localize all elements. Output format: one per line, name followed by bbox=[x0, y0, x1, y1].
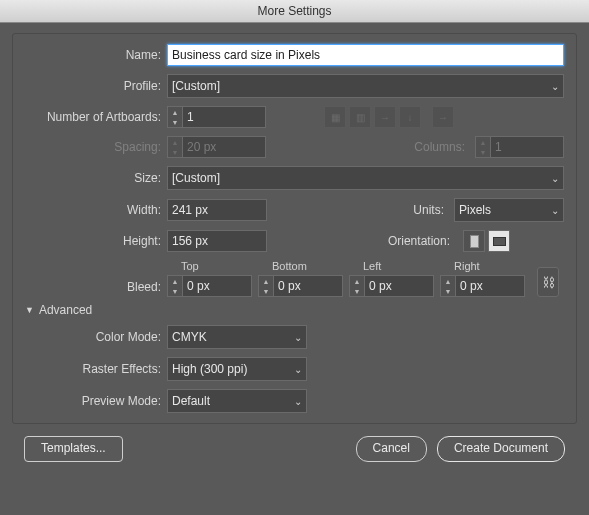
chevron-down-icon: ⌄ bbox=[551, 205, 559, 216]
chevron-down-icon: ⌄ bbox=[551, 81, 559, 92]
bleed-left-stepper[interactable]: ▲▼ bbox=[349, 275, 364, 297]
preview-value: Default bbox=[172, 394, 210, 408]
bleed-right-stepper[interactable]: ▲▼ bbox=[440, 275, 455, 297]
colormode-select[interactable]: CMYK ⌄ bbox=[167, 325, 307, 349]
profile-value: [Custom] bbox=[172, 79, 220, 93]
profile-select[interactable]: [Custom] ⌄ bbox=[167, 74, 564, 98]
units-value: Pixels bbox=[459, 203, 491, 217]
bleed-top-input[interactable] bbox=[182, 275, 252, 297]
spacing-label: Spacing: bbox=[25, 140, 167, 154]
units-label: Units: bbox=[413, 203, 450, 217]
colormode-label: Color Mode: bbox=[25, 330, 167, 344]
orientation-landscape-button[interactable] bbox=[488, 230, 510, 252]
size-value: [Custom] bbox=[172, 171, 220, 185]
templates-button[interactable]: Templates... bbox=[24, 436, 123, 462]
triangle-down-icon: ▼ bbox=[25, 305, 34, 315]
bleed-bottom-stepper[interactable]: ▲▼ bbox=[258, 275, 273, 297]
artboards-stepper[interactable]: ▲▼ bbox=[167, 106, 182, 128]
bleed-left-input[interactable] bbox=[364, 275, 434, 297]
advanced-toggle[interactable]: ▼ Advanced bbox=[25, 303, 564, 317]
bleed-bottom-label: Bottom bbox=[258, 260, 343, 272]
spacing-input bbox=[182, 136, 266, 158]
chevron-down-icon: ⌄ bbox=[294, 396, 302, 407]
artboards-input[interactable] bbox=[182, 106, 266, 128]
spacing-stepper: ▲▼ bbox=[167, 136, 182, 158]
height-input[interactable] bbox=[167, 230, 267, 252]
columns-input bbox=[490, 136, 564, 158]
link-bleed-icon[interactable]: ⛓ bbox=[537, 267, 559, 297]
orientation-label: Orientation: bbox=[388, 234, 456, 248]
profile-label: Profile: bbox=[25, 79, 167, 93]
columns-stepper: ▲▼ bbox=[475, 136, 490, 158]
columns-label: Columns: bbox=[414, 140, 471, 154]
chevron-down-icon: ⌄ bbox=[294, 332, 302, 343]
width-label: Width: bbox=[25, 203, 167, 217]
height-label: Height: bbox=[25, 234, 167, 248]
size-label: Size: bbox=[25, 171, 167, 185]
bleed-left-label: Left bbox=[349, 260, 434, 272]
settings-panel: Name: Profile: [Custom] ⌄ Number of Artb… bbox=[12, 33, 577, 424]
name-label: Name: bbox=[25, 48, 167, 62]
arrange-down-icon: ↓ bbox=[399, 106, 421, 128]
units-select[interactable]: Pixels ⌄ bbox=[454, 198, 564, 222]
grid-by-col-icon: ▥ bbox=[349, 106, 371, 128]
arrange-right-icon: → bbox=[374, 106, 396, 128]
raster-value: High (300 ppi) bbox=[172, 362, 247, 376]
advanced-label: Advanced bbox=[39, 303, 92, 317]
bleed-label: Bleed: bbox=[25, 280, 167, 297]
size-select[interactable]: [Custom] ⌄ bbox=[167, 166, 564, 190]
width-input[interactable] bbox=[167, 199, 267, 221]
bleed-top-label: Top bbox=[167, 260, 252, 272]
raster-label: Raster Effects: bbox=[25, 362, 167, 376]
artboards-label: Number of Artboards: bbox=[25, 110, 167, 124]
bleed-right-input[interactable] bbox=[455, 275, 525, 297]
cancel-button[interactable]: Cancel bbox=[356, 436, 427, 462]
name-input[interactable] bbox=[167, 44, 564, 66]
window-title: More Settings bbox=[0, 0, 589, 23]
preview-label: Preview Mode: bbox=[25, 394, 167, 408]
chevron-down-icon: ⌄ bbox=[551, 173, 559, 184]
bleed-right-label: Right bbox=[440, 260, 525, 272]
bleed-bottom-input[interactable] bbox=[273, 275, 343, 297]
chevron-down-icon: ⌄ bbox=[294, 364, 302, 375]
arrange-ltr-icon: → bbox=[432, 106, 454, 128]
create-document-button[interactable]: Create Document bbox=[437, 436, 565, 462]
preview-select[interactable]: Default ⌄ bbox=[167, 389, 307, 413]
grid-by-row-icon: ▦ bbox=[324, 106, 346, 128]
colormode-value: CMYK bbox=[172, 330, 207, 344]
orientation-portrait-button[interactable] bbox=[463, 230, 485, 252]
bleed-top-stepper[interactable]: ▲▼ bbox=[167, 275, 182, 297]
raster-select[interactable]: High (300 ppi) ⌄ bbox=[167, 357, 307, 381]
